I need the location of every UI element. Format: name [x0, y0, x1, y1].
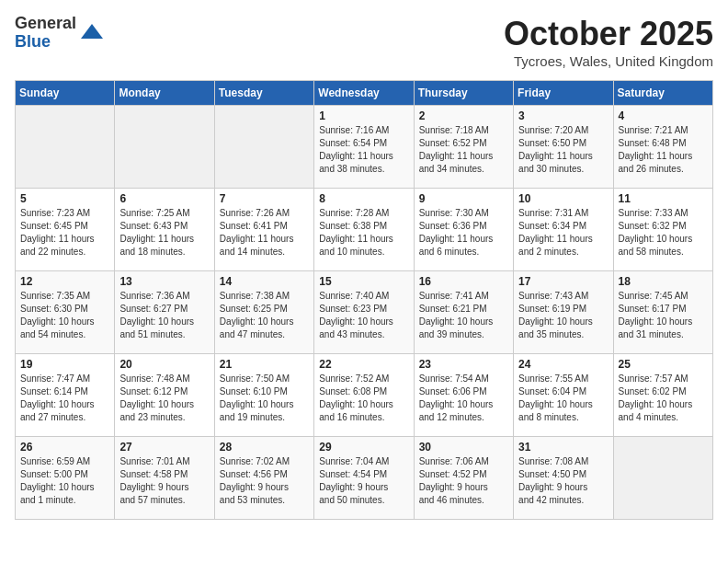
day-content: Sunrise: 7:43 AMSunset: 6:19 PMDaylight:… [518, 290, 608, 341]
day-number: 18 [619, 275, 708, 288]
month-title: October 2025 [504, 15, 713, 53]
calendar-week-row: 19Sunrise: 7:47 AMSunset: 6:14 PMDayligh… [16, 354, 713, 437]
day-number: 27 [119, 441, 209, 454]
calendar-cell: 30Sunrise: 7:06 AMSunset: 4:52 PMDayligh… [414, 437, 513, 520]
calendar-cell: 8Sunrise: 7:28 AMSunset: 6:38 PMDaylight… [314, 189, 414, 271]
day-content: Sunrise: 7:35 AMSunset: 6:30 PMDaylight:… [20, 290, 109, 341]
day-number: 30 [419, 441, 508, 454]
day-number: 14 [220, 275, 309, 288]
calendar-cell: 29Sunrise: 7:04 AMSunset: 4:54 PMDayligh… [314, 437, 414, 520]
day-content: Sunrise: 7:57 AMSunset: 6:02 PMDaylight:… [619, 373, 708, 424]
day-number: 17 [518, 275, 608, 288]
day-content: Sunrise: 7:38 AMSunset: 6:25 PMDaylight:… [220, 290, 309, 341]
day-content: Sunrise: 7:55 AMSunset: 6:04 PMDaylight:… [518, 373, 608, 424]
logo-blue: Blue [15, 33, 76, 52]
logo-general: General [15, 15, 76, 33]
calendar-cell: 5Sunrise: 7:23 AMSunset: 6:45 PMDaylight… [16, 189, 115, 271]
day-content: Sunrise: 7:45 AMSunset: 6:17 PMDaylight:… [619, 290, 708, 341]
weekday-header: Thursday [414, 81, 513, 106]
calendar-cell: 28Sunrise: 7:02 AMSunset: 4:56 PMDayligh… [214, 437, 313, 520]
day-number: 8 [319, 192, 408, 205]
calendar-week-row: 1Sunrise: 7:16 AMSunset: 6:54 PMDaylight… [16, 106, 713, 189]
weekday-header: Friday [514, 81, 613, 106]
day-number: 25 [619, 358, 708, 371]
day-content: Sunrise: 7:16 AMSunset: 6:54 PMDaylight:… [319, 124, 408, 176]
day-content: Sunrise: 7:20 AMSunset: 6:50 PMDaylight:… [518, 124, 608, 176]
day-content: Sunrise: 7:50 AMSunset: 6:10 PMDaylight:… [220, 373, 309, 424]
calendar-cell: 23Sunrise: 7:54 AMSunset: 6:06 PMDayligh… [414, 354, 513, 437]
weekday-header: Sunday [16, 81, 115, 106]
logo-text: General Blue [15, 15, 76, 52]
day-content: Sunrise: 7:40 AMSunset: 6:23 PMDaylight:… [319, 290, 408, 341]
day-content: Sunrise: 7:33 AMSunset: 6:32 PMDaylight:… [619, 207, 708, 259]
weekday-header: Monday [115, 81, 214, 106]
day-content: Sunrise: 7:47 AMSunset: 6:14 PMDaylight:… [20, 373, 109, 424]
calendar-cell: 1Sunrise: 7:16 AMSunset: 6:54 PMDaylight… [314, 106, 414, 189]
page-header: General Blue October 2025 Tycroes, Wales… [15, 15, 713, 69]
calendar-cell: 14Sunrise: 7:38 AMSunset: 6:25 PMDayligh… [214, 271, 313, 354]
calendar-cell: 25Sunrise: 7:57 AMSunset: 6:02 PMDayligh… [613, 354, 712, 437]
calendar-cell [16, 106, 115, 189]
location: Tycroes, Wales, United Kingdom [504, 53, 713, 69]
logo-icon [79, 20, 105, 46]
calendar-cell: 11Sunrise: 7:33 AMSunset: 6:32 PMDayligh… [613, 189, 712, 271]
calendar-cell: 17Sunrise: 7:43 AMSunset: 6:19 PMDayligh… [514, 271, 613, 354]
calendar-cell: 6Sunrise: 7:25 AMSunset: 6:43 PMDaylight… [115, 189, 214, 271]
day-number: 26 [20, 441, 109, 454]
day-number: 1 [319, 109, 408, 122]
calendar-week-row: 26Sunrise: 6:59 AMSunset: 5:00 PMDayligh… [16, 437, 713, 520]
calendar-table: SundayMondayTuesdayWednesdayThursdayFrid… [15, 80, 713, 520]
day-content: Sunrise: 7:08 AMSunset: 4:50 PMDaylight:… [518, 455, 608, 507]
day-number: 3 [518, 109, 608, 122]
day-content: Sunrise: 7:41 AMSunset: 6:21 PMDaylight:… [419, 290, 508, 341]
calendar-cell: 9Sunrise: 7:30 AMSunset: 6:36 PMDaylight… [414, 189, 513, 271]
calendar-week-row: 12Sunrise: 7:35 AMSunset: 6:30 PMDayligh… [16, 271, 713, 354]
day-content: Sunrise: 7:28 AMSunset: 6:38 PMDaylight:… [319, 207, 408, 259]
calendar-cell: 18Sunrise: 7:45 AMSunset: 6:17 PMDayligh… [613, 271, 712, 354]
day-number: 19 [20, 358, 109, 371]
weekday-header: Saturday [613, 81, 712, 106]
day-content: Sunrise: 7:23 AMSunset: 6:45 PMDaylight:… [20, 207, 109, 259]
calendar-cell: 26Sunrise: 6:59 AMSunset: 5:00 PMDayligh… [16, 437, 115, 520]
day-content: Sunrise: 7:02 AMSunset: 4:56 PMDaylight:… [220, 455, 309, 507]
day-number: 23 [419, 358, 508, 371]
day-number: 11 [619, 192, 708, 205]
day-content: Sunrise: 7:30 AMSunset: 6:36 PMDaylight:… [419, 207, 508, 259]
day-number: 16 [419, 275, 508, 288]
weekday-header: Tuesday [214, 81, 313, 106]
day-number: 5 [20, 192, 109, 205]
day-content: Sunrise: 7:52 AMSunset: 6:08 PMDaylight:… [319, 373, 408, 424]
day-number: 6 [119, 192, 209, 205]
logo: General Blue [15, 15, 105, 52]
calendar-cell: 20Sunrise: 7:48 AMSunset: 6:12 PMDayligh… [115, 354, 214, 437]
calendar-cell: 10Sunrise: 7:31 AMSunset: 6:34 PMDayligh… [514, 189, 613, 271]
day-content: Sunrise: 7:48 AMSunset: 6:12 PMDaylight:… [119, 373, 209, 424]
day-number: 24 [518, 358, 608, 371]
calendar-cell: 4Sunrise: 7:21 AMSunset: 6:48 PMDaylight… [613, 106, 712, 189]
day-number: 9 [419, 192, 508, 205]
day-content: Sunrise: 7:25 AMSunset: 6:43 PMDaylight:… [119, 207, 209, 259]
day-number: 2 [419, 109, 508, 122]
day-content: Sunrise: 7:26 AMSunset: 6:41 PMDaylight:… [220, 207, 309, 259]
calendar-cell: 2Sunrise: 7:18 AMSunset: 6:52 PMDaylight… [414, 106, 513, 189]
day-number: 12 [20, 275, 109, 288]
day-number: 22 [319, 358, 408, 371]
calendar-cell: 3Sunrise: 7:20 AMSunset: 6:50 PMDaylight… [514, 106, 613, 189]
calendar-cell: 16Sunrise: 7:41 AMSunset: 6:21 PMDayligh… [414, 271, 513, 354]
day-content: Sunrise: 7:06 AMSunset: 4:52 PMDaylight:… [419, 455, 508, 507]
day-content: Sunrise: 7:31 AMSunset: 6:34 PMDaylight:… [518, 207, 608, 259]
day-number: 21 [220, 358, 309, 371]
day-number: 10 [518, 192, 608, 205]
calendar-cell: 22Sunrise: 7:52 AMSunset: 6:08 PMDayligh… [314, 354, 414, 437]
title-block: October 2025 Tycroes, Wales, United King… [504, 15, 713, 69]
calendar-cell: 13Sunrise: 7:36 AMSunset: 6:27 PMDayligh… [115, 271, 214, 354]
calendar-cell [613, 437, 712, 520]
day-content: Sunrise: 7:54 AMSunset: 6:06 PMDaylight:… [419, 373, 508, 424]
svg-marker-0 [81, 24, 103, 39]
day-content: Sunrise: 7:18 AMSunset: 6:52 PMDaylight:… [419, 124, 508, 176]
day-content: Sunrise: 6:59 AMSunset: 5:00 PMDaylight:… [20, 455, 109, 507]
day-number: 15 [319, 275, 408, 288]
day-number: 20 [119, 358, 209, 371]
day-content: Sunrise: 7:36 AMSunset: 6:27 PMDaylight:… [119, 290, 209, 341]
day-content: Sunrise: 7:04 AMSunset: 4:54 PMDaylight:… [319, 455, 408, 507]
